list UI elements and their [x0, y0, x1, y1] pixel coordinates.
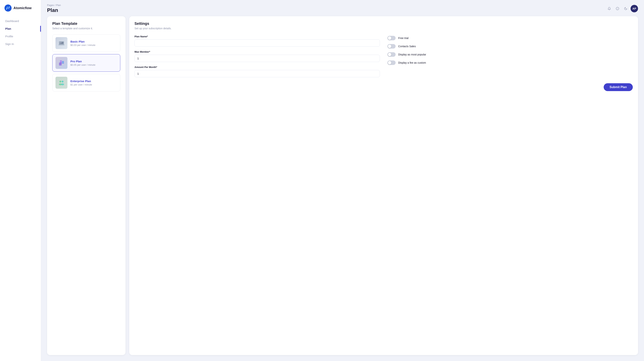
amount-per-month-input[interactable] [134, 70, 380, 77]
plan-name-basic: Basic Plan [70, 40, 96, 43]
max-member-label: Max Member* [134, 50, 380, 53]
plan-item-enterprise[interactable]: Enterprise Plan $1 per user / minute [52, 74, 120, 91]
app-name: Atomicflow [14, 6, 32, 10]
svg-point-18 [61, 83, 64, 85]
plan-name-pro: Pro Plan [70, 60, 96, 63]
breadcrumb-separator: / [55, 4, 56, 6]
plan-item-basic[interactable]: Basic Plan $0.03 per user / minute [52, 34, 120, 52]
moon-icon [624, 7, 628, 10]
theme-toggle-button[interactable] [622, 5, 629, 12]
settings-subtitle: Set up your subscription details. [134, 27, 633, 30]
submit-area: Submit Plan [134, 83, 633, 91]
plan-template-subtitle: Select a template and customize it. [52, 27, 120, 30]
plan-name-group: Plan Name* [134, 35, 380, 47]
header-left: Pages / Plan Plan [47, 4, 61, 13]
header: Pages / Plan Plan [41, 0, 644, 16]
plan-info-basic: Basic Plan $0.03 per user / minute [70, 40, 96, 46]
toggle-most-popular[interactable] [387, 52, 396, 57]
toggle-row-free-trial[interactable]: Free trial [387, 36, 633, 40]
settings-card: Settings Set up your subscription detail… [129, 16, 638, 355]
content-area: Plan Template Select a template and cust… [41, 16, 644, 361]
main-content: Pages / Plan Plan [41, 0, 644, 361]
toggle-label-most-popular: Display as most popular [398, 53, 426, 56]
page-title: Plan [47, 7, 61, 13]
toggle-label-free-trial: Free trial [398, 36, 408, 39]
toggle-fee-custom[interactable] [387, 60, 396, 65]
toggle-row-fee-custom[interactable]: Display a fee as custom [387, 60, 633, 65]
info-icon [616, 7, 619, 10]
settings-title: Settings [134, 21, 633, 26]
plan-name-label: Plan Name* [134, 35, 380, 38]
plan-info-enterprise: Enterprise Plan $1 per user / minute [70, 79, 92, 86]
toggle-label-fee-custom: Display a fee as custom [398, 61, 426, 64]
breadcrumb: Pages / Plan [47, 4, 61, 6]
sidebar-item-dashboard[interactable]: Dashboard [2, 17, 39, 24]
toggle-row-contacts-sales[interactable]: Contacts Sales [387, 44, 633, 48]
svg-rect-10 [60, 61, 62, 62]
sidebar-item-profile[interactable]: Profile [2, 33, 39, 40]
settings-form: Plan Name* Max Member* Amount Per Month* [134, 35, 633, 77]
svg-rect-7 [59, 42, 62, 42]
amount-per-month-group: Amount Per Month* [134, 66, 380, 77]
max-member-group: Max Member* [134, 50, 380, 62]
settings-inputs-col: Plan Name* Max Member* Amount Per Month* [134, 35, 380, 77]
plan-price-basic: $0.03 per user / minute [70, 44, 96, 46]
svg-point-16 [62, 81, 64, 82]
sidebar-item-signin[interactable]: Sign In [2, 40, 39, 47]
breadcrumb-parent: Pages [47, 4, 54, 6]
plan-price-pro: $0.05 per user / minute [70, 63, 96, 66]
plan-name-input[interactable] [134, 39, 380, 47]
plan-info-pro: Pro Plan $0.05 per user / minute [70, 60, 96, 66]
bell-icon [608, 7, 611, 10]
plan-template-title: Plan Template [52, 21, 120, 26]
svg-rect-6 [58, 45, 64, 45]
plan-thumbnail-pro [56, 57, 68, 69]
phone-tablet-icon [58, 59, 65, 66]
logo-area: Atomicflow [0, 4, 41, 17]
plan-name-enterprise: Enterprise Plan [70, 79, 92, 83]
toggle-contacts-sales[interactable] [387, 44, 396, 48]
info-button[interactable] [614, 5, 621, 12]
settings-toggles-col: Free trial Contacts Sales Display as mos… [387, 35, 633, 77]
people-icon [58, 79, 65, 86]
amount-per-month-label: Amount Per Month* [134, 66, 380, 68]
logo-icon [4, 4, 12, 11]
submit-plan-button[interactable]: Submit Plan [604, 83, 633, 91]
toggle-label-contacts-sales: Contacts Sales [398, 45, 416, 48]
sidebar-item-plan[interactable]: Plan [2, 25, 39, 32]
toggle-free-trial[interactable] [387, 36, 396, 40]
plan-thumbnail-basic [56, 37, 68, 49]
plan-template-card: Plan Template Select a template and cust… [47, 16, 126, 355]
plan-list: Basic Plan $0.03 per user / minute [52, 34, 120, 91]
svg-point-15 [60, 81, 61, 82]
avatar[interactable]: AP [630, 5, 638, 12]
notifications-button[interactable] [606, 5, 612, 12]
svg-rect-12 [60, 63, 61, 65]
breadcrumb-current: Plan [56, 4, 61, 6]
svg-rect-8 [59, 43, 61, 43]
laptop-icon [58, 40, 65, 46]
header-right: AP [606, 5, 638, 12]
toggle-row-most-popular[interactable]: Display as most popular [387, 52, 633, 57]
nav-menu: Dashboard Plan Profile Sign In [0, 17, 41, 47]
sidebar: Atomicflow Dashboard Plan Profile Sign I… [0, 0, 41, 361]
plan-price-enterprise: $1 per user / minute [70, 83, 92, 86]
max-member-input[interactable] [134, 55, 380, 62]
plan-thumbnail-enterprise [56, 77, 68, 89]
plan-item-pro[interactable]: Pro Plan $0.05 per user / minute [52, 54, 120, 72]
svg-rect-14 [62, 62, 64, 63]
